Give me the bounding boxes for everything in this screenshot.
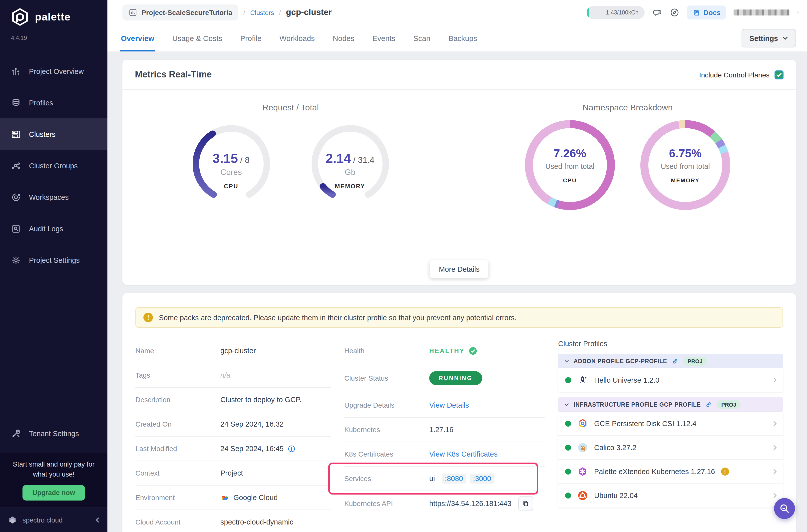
view-k8s-certificates-link[interactable]: View K8s Certificates [429, 450, 498, 458]
info-icon[interactable] [287, 445, 295, 452]
rocket-icon [577, 375, 588, 386]
pack-item-ubuntu[interactable]: Ubuntu 22.04 [558, 483, 783, 508]
pack-name: Calico 3.27.2 [594, 443, 636, 451]
spectro-cloud-brand: spectro cloud [22, 516, 63, 524]
created-on-value: 24 Sep 2024, 16:32 [220, 420, 284, 428]
collapse-sidebar-icon[interactable] [94, 517, 100, 523]
palette-logo: palette [0, 0, 108, 27]
tab-usage-costs[interactable]: Usage & Costs [172, 25, 222, 52]
pack-item-hello-universe[interactable]: Hello Universe 1.2.0 [558, 368, 783, 392]
details-left-column: Name gcp-cluster Tags n/a Description Cl… [135, 339, 331, 532]
tab-overview[interactable]: Overview [121, 25, 154, 52]
pack-item-gce-persistent-disk[interactable]: GCE Persistent Disk CSI 1.12.4 [558, 412, 783, 436]
pack-item-palette-extended-kubernetes[interactable]: Palette eXtended Kubernetes 1.27.16 ! [558, 460, 783, 483]
tab-backups[interactable]: Backups [449, 25, 477, 52]
memory-used-value: 2.14 [325, 151, 351, 166]
service-port-3000-link[interactable]: :3000 [470, 474, 494, 483]
breadcrumb-separator: / [279, 8, 281, 17]
sidebar-item-project-settings[interactable]: Project Settings [0, 244, 108, 276]
service-port-8080-link[interactable]: :8080 [442, 474, 466, 483]
palette-app: palette 4.4.19 Project Overview Profiles… [0, 0, 807, 532]
infrastructure-profile-header[interactable]: INFRASTRUCTURE PROFILE GCP-PROFILE PROJ [558, 397, 783, 412]
gce-disk-icon [577, 418, 588, 429]
breadcrumb-clusters-link[interactable]: Clusters [250, 9, 274, 16]
cluster-tabs: Overview Usage & Costs Profile Workloads… [108, 25, 807, 52]
pack-warning-icon: ! [721, 467, 729, 475]
tools-icon [11, 428, 21, 438]
sidebar-nav: Project Overview Profiles Clusters Clust… [0, 55, 108, 276]
addon-profile-items: Hello Universe 1.2.0 [558, 368, 783, 392]
cpu-gauge-text: 3.15 / 8 Cores CPU [186, 120, 276, 190]
cpu-caption: Used from total [545, 162, 595, 170]
chat-icon[interactable] [652, 7, 662, 18]
context-value: Project [220, 469, 243, 477]
docs-button[interactable]: Docs [687, 5, 726, 19]
user-menu-chevron-icon[interactable]: › [797, 9, 799, 16]
detail-label: Tags [135, 371, 220, 379]
detail-row-tags: Tags n/a [135, 363, 331, 388]
pack-name: Hello Universe 1.2.0 [594, 376, 659, 384]
more-details-button[interactable]: More Details [430, 260, 489, 278]
sidebar-item-tenant-settings[interactable]: Tenant Settings [0, 418, 108, 449]
detail-row-upgrade-details: Upgrade Details View Details [344, 393, 545, 418]
detail-row-kubernetes-api: Kubernetes API https://34.54.126.181:443 [344, 491, 545, 515]
upgrade-now-button[interactable]: Upgrade now [22, 485, 85, 500]
addon-profile-header[interactable]: ADDON PROFILE GCP-PROFILE PROJ [558, 354, 783, 368]
detail-row-context: Context Project [135, 461, 331, 486]
cpu-gauge-label: CPU [186, 183, 276, 190]
chevron-right-icon [772, 493, 778, 498]
namespace-breakdown-panel: Namespace Breakdown 7.26% Used from tota… [459, 90, 796, 284]
chevron-right-icon [772, 377, 778, 383]
sidebar-item-cluster-groups[interactable]: Cluster Groups [0, 150, 108, 181]
infrastructure-profile-items: GCE Persistent Disk CSI 1.12.4 Calico 3.… [558, 412, 783, 508]
pack-item-calico[interactable]: Calico 3.27.2 [558, 436, 783, 460]
kubernetes-version-value: 1.27.16 [429, 425, 453, 434]
palette-logo-icon [10, 7, 30, 27]
sidebar-item-audit-logs[interactable]: Audit Logs [0, 213, 108, 244]
breadcrumb-project-pill[interactable]: Project-ScaleSecureTutoria [123, 4, 238, 20]
detail-label: Description [135, 396, 220, 404]
detail-row-kubernetes: Kubernetes 1.27.16 [344, 418, 545, 442]
usage-meter[interactable]: 1.43/100kCh [587, 6, 644, 19]
sidebar-item-clusters[interactable]: Clusters [0, 118, 108, 150]
pack-status-dot [565, 377, 571, 383]
upgrade-promo: Start small and only pay for what you us… [0, 453, 108, 508]
warning-icon: ! [144, 313, 153, 322]
tab-events[interactable]: Events [373, 25, 395, 52]
sidebar-item-project-overview[interactable]: Project Overview [0, 55, 108, 87]
magnifier-smile-icon [779, 503, 790, 514]
request-total-title: Request / Total [123, 103, 459, 113]
include-control-planes-checkbox[interactable] [774, 70, 784, 79]
detail-label: K8s Certificates [344, 450, 429, 458]
user-name-redacted[interactable] [734, 10, 789, 16]
detail-label: Last Modified [135, 444, 220, 453]
copy-api-url-button[interactable] [519, 496, 533, 511]
sidebar-item-profiles[interactable]: Profiles [0, 87, 108, 118]
environment-text: Google Cloud [233, 494, 278, 501]
settings-dropdown-button[interactable]: Settings [742, 29, 796, 48]
sidebar-item-workspaces[interactable]: Workspaces [0, 181, 108, 213]
sidebar-item-label: Workspaces [29, 193, 69, 201]
detail-label: Created On [135, 420, 220, 428]
tab-scan[interactable]: Scan [413, 25, 430, 52]
proj-badge: PROJ [683, 356, 707, 365]
detail-row-created-on: Created On 24 Sep 2024, 16:32 [135, 412, 331, 437]
tab-nodes[interactable]: Nodes [333, 25, 355, 52]
compass-icon[interactable] [670, 7, 680, 18]
memory-gauge-text: 2.14 / 31.4 Gb MEMORY [305, 120, 395, 190]
network-icon [11, 160, 21, 171]
support-search-fab[interactable] [774, 498, 795, 519]
view-details-link[interactable]: View Details [429, 401, 469, 409]
book-icon [693, 9, 700, 16]
detail-row-name: Name gcp-cluster [135, 339, 331, 363]
detail-label: Name [135, 347, 220, 355]
pxk-icon [577, 466, 588, 477]
detail-row-last-modified: Last Modified 24 Sep 2024, 16:45 [135, 437, 331, 461]
gauges-row: 3.15 / 8 Cores CPU 2.14 / 31.4 Gb [123, 120, 459, 210]
copy-icon [522, 500, 529, 507]
tab-workloads[interactable]: Workloads [280, 25, 315, 52]
last-modified-value: 24 Sep 2024, 16:45 [220, 444, 295, 453]
detail-label: Kubernetes [344, 425, 429, 434]
detail-label: Context [135, 469, 220, 477]
tab-profile[interactable]: Profile [240, 25, 262, 52]
